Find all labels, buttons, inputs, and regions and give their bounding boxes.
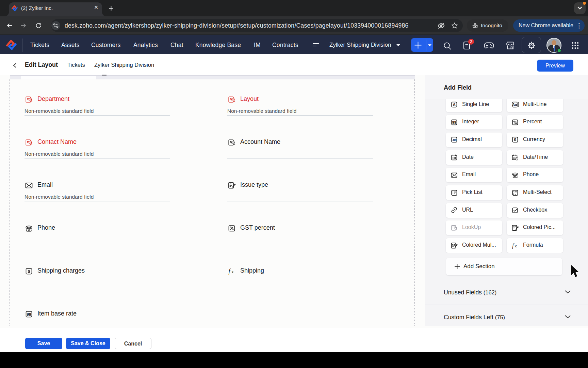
svg-text:f: f — [229, 268, 231, 275]
svg-text:99: 99 — [27, 312, 31, 317]
svg-text:f: f — [512, 242, 514, 248]
svg-text:x: x — [231, 269, 234, 274]
svg-text:$: $ — [514, 138, 517, 142]
svg-text:99: 99 — [452, 120, 456, 124]
svg-text:Aa: Aa — [512, 103, 517, 107]
svg-text:x: x — [515, 243, 517, 248]
svg-text:$: $ — [28, 269, 30, 274]
svg-text:.00: .00 — [452, 138, 457, 142]
svg-text:A: A — [453, 102, 456, 107]
